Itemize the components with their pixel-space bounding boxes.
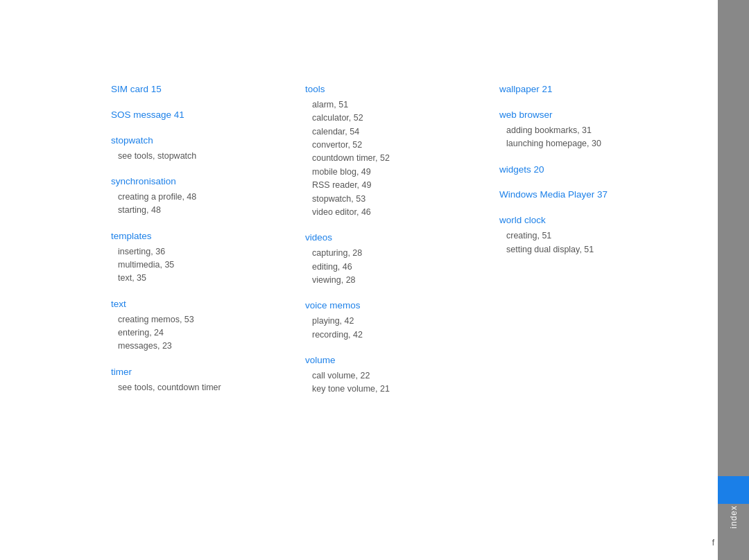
index-subentry: mobile blog, 49 — [305, 166, 485, 179]
index-subentry: video editor, 46 — [305, 206, 485, 219]
index-heading: SIM card 15 — [111, 83, 291, 96]
index-subentry: launching homepage, 30 — [499, 137, 680, 150]
index-heading: Windows Media Player 37 — [499, 189, 680, 202]
index-heading: tools — [305, 83, 485, 96]
index-subentry: countdown timer, 52 — [305, 152, 485, 165]
index-heading: volume — [305, 354, 485, 367]
page-footer: f — [712, 538, 714, 548]
index-heading: wallpaper 21 — [499, 83, 680, 96]
index-subentry: playing, 42 — [305, 315, 485, 328]
list-item: volume call volume, 22 key tone volume, … — [305, 354, 485, 396]
index-subentry: starting, 48 — [111, 204, 291, 217]
list-item: synchronisation creating a profile, 48 s… — [111, 175, 291, 218]
list-item: wallpaper 21 — [499, 83, 680, 96]
index-heading: timer — [111, 366, 291, 379]
index-subentry: call volume, 22 — [305, 369, 485, 383]
index-subentry: entering, 24 — [111, 326, 291, 340]
index-subentry: see tools, countdown timer — [111, 381, 291, 394]
index-subentry: capturing, 28 — [305, 247, 485, 260]
index-subentry: creating, 51 — [499, 229, 680, 243]
index-subentry: setting dual display, 51 — [499, 243, 680, 256]
index-subentry: adding bookmarks, 31 — [499, 124, 680, 137]
content-area: SIM card 15 SOS message 41 stopwatch see… — [111, 83, 694, 409]
column-3: wallpaper 21 web browser adding bookmark… — [499, 83, 694, 409]
index-subentry: creating memos, 53 — [111, 313, 291, 326]
list-item: templates inserting, 36 multimedia, 35 t… — [111, 230, 291, 286]
index-subentry: editing, 46 — [305, 261, 485, 274]
index-subentry: key tone volume, 21 — [305, 383, 485, 396]
index-subentry: convertor, 52 — [305, 139, 485, 152]
list-item: voice memos playing, 42 recording, 42 — [305, 299, 485, 342]
index-heading: text — [111, 298, 291, 311]
index-subentry: inserting, 36 — [111, 245, 291, 259]
sidebar-tab-active — [718, 476, 749, 504]
list-item: Windows Media Player 37 — [499, 189, 680, 202]
index-heading: widgets 20 — [499, 164, 680, 177]
index-heading: stopwatch — [111, 134, 291, 148]
sidebar-label: index — [729, 505, 739, 529]
list-item: web browser adding bookmarks, 31 launchi… — [499, 109, 680, 151]
list-item: text creating memos, 53 entering, 24 mes… — [111, 298, 291, 353]
index-subentry: alarm, 51 — [305, 98, 485, 112]
index-heading: templates — [111, 230, 291, 243]
index-subentry: viewing, 28 — [305, 274, 485, 287]
list-item: SIM card 15 — [111, 83, 291, 96]
index-subentry: creating a profile, 48 — [111, 191, 291, 204]
index-subentry: stopwatch, 53 — [305, 193, 485, 206]
index-heading: web browser — [499, 109, 680, 122]
index-subentry: calendar, 54 — [305, 125, 485, 139]
index-subentry: messages, 23 — [111, 340, 291, 353]
index-subentry: multimedia, 35 — [111, 259, 291, 272]
list-item: tools alarm, 51 calculator, 52 calendar,… — [305, 83, 485, 219]
list-item: SOS message 41 — [111, 109, 291, 122]
index-subentry: recording, 42 — [305, 329, 485, 342]
column-2: tools alarm, 51 calculator, 52 calendar,… — [305, 83, 499, 409]
index-heading: world clock — [499, 214, 680, 227]
index-subentry: RSS reader, 49 — [305, 179, 485, 192]
index-heading: synchronisation — [111, 175, 291, 189]
list-item: world clock creating, 51 setting dual di… — [499, 214, 680, 256]
index-subentry: see tools, stopwatch — [111, 150, 291, 163]
sidebar: index — [718, 0, 749, 560]
list-item: videos capturing, 28 editing, 46 viewing… — [305, 231, 485, 287]
index-subentry: calculator, 52 — [305, 112, 485, 125]
list-item: stopwatch see tools, stopwatch — [111, 134, 291, 163]
index-heading: voice memos — [305, 299, 485, 313]
index-heading: SOS message 41 — [111, 109, 291, 122]
index-heading: videos — [305, 231, 485, 245]
page-container: SIM card 15 SOS message 41 stopwatch see… — [0, 0, 749, 560]
column-1: SIM card 15 SOS message 41 stopwatch see… — [111, 83, 305, 409]
index-subentry: text, 35 — [111, 272, 291, 285]
list-item: widgets 20 — [499, 164, 680, 177]
list-item: timer see tools, countdown timer — [111, 366, 291, 394]
